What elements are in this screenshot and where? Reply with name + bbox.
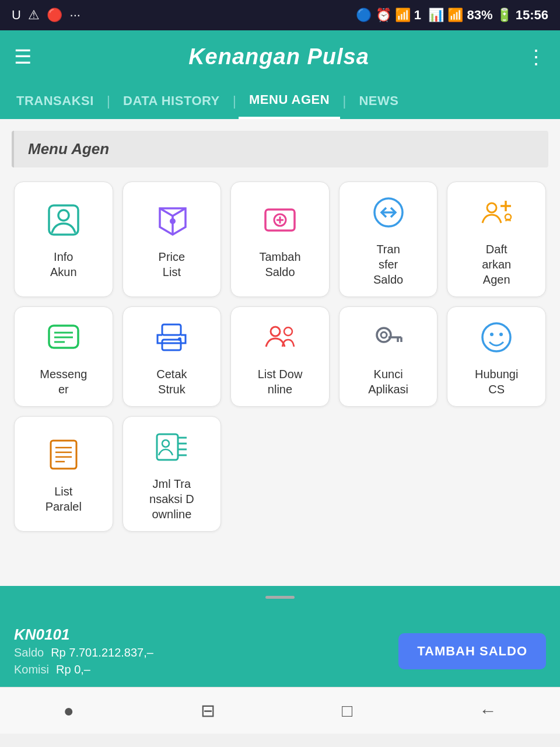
bottom-bar: KN0101 Saldo Rp 7.701.212.837,– Komisi R… <box>0 615 560 687</box>
menu-item-list-paralel[interactable]: ListParalel <box>14 416 113 532</box>
svg-rect-17 <box>162 324 181 335</box>
square-nav-icon[interactable]: □ <box>324 695 370 727</box>
menu-row-3: ListParalel Jml Transaksi Downline <box>12 416 548 532</box>
svg-rect-30 <box>51 441 76 469</box>
menu-item-list-downline[interactable]: List Downline <box>230 306 330 407</box>
svg-point-20 <box>271 327 280 336</box>
transfer-saldo-icon <box>371 195 406 235</box>
menu-item-daftarkan-agen[interactable]: DaftarkanAgen <box>447 181 546 297</box>
back-nav-icon[interactable]: ← <box>461 695 514 727</box>
app-bar: ☰ Kenangan Pulsa ⋮ <box>0 30 560 83</box>
saldo-value: Rp 7.701.212.837,– <box>51 646 153 659</box>
main-content: Menu Agen InfoAkun <box>0 119 560 586</box>
svg-point-28 <box>490 333 494 336</box>
list-downline-icon <box>262 320 298 359</box>
svg-point-29 <box>499 333 503 336</box>
menu-item-price-list[interactable]: PriceList <box>123 181 222 297</box>
cetak-struk-label: CetakStruk <box>156 366 187 397</box>
menu-item-cetak-struk[interactable]: CetakStruk <box>123 306 222 407</box>
tab-transaksi[interactable]: TRANSAKSI <box>6 83 104 119</box>
list-paralel-icon <box>46 437 81 477</box>
messenger-icon <box>46 320 81 359</box>
menu-item-jml-transaksi-downline[interactable]: Jml Transaksi Downline <box>123 416 222 532</box>
nav-bar: ● ⊟ □ ← <box>0 687 560 734</box>
user-id: KN0101 <box>14 626 153 644</box>
saldo-label: Saldo <box>14 646 44 659</box>
jml-transaksi-downline-icon <box>154 430 189 469</box>
komisi-label: Komisi <box>14 663 49 676</box>
menu-item-messenger[interactable]: Messenger <box>14 306 113 407</box>
bottom-details: Saldo Rp 7.701.212.837,– Komisi Rp 0,– <box>14 644 153 676</box>
recent-nav-icon[interactable]: ⊟ <box>183 694 233 727</box>
svg-point-36 <box>162 440 169 447</box>
menu-item-hubungi-cs[interactable]: HubungiCS <box>447 306 546 407</box>
menu-row-2: Messenger CetakStruk <box>12 306 548 407</box>
svg-rect-18 <box>162 340 181 350</box>
bottom-bar-wrapper: KN0101 Saldo Rp 7.701.212.837,– Komisi R… <box>0 586 560 687</box>
messenger-label: Messenger <box>40 366 87 397</box>
section-header: Menu Agen <box>12 131 548 167</box>
status-icons-right: 🔵 ⏰ 📶 1 📊 📶 83% 🔋 15:56 <box>356 8 548 23</box>
menu-item-info-akun[interactable]: InfoAkun <box>14 181 113 297</box>
tab-menu-agen[interactable]: MENU AGEN <box>239 83 340 119</box>
menu-grid-row1: InfoAkun PriceList <box>12 181 548 297</box>
hubungi-cs-icon <box>479 320 514 359</box>
tab-bar: TRANSAKSI | DATA HISTORY | MENU AGEN | N… <box>0 83 560 119</box>
jml-transaksi-downline-label: Jml Transaksi Downline <box>149 476 194 522</box>
home-nav-icon[interactable]: ● <box>46 695 92 727</box>
saldo-row: Saldo Rp 7.701.212.837,– <box>14 646 153 659</box>
more-options-icon[interactable]: ⋮ <box>526 45 546 68</box>
menu-item-transfer-saldo[interactable]: TransferSaldo <box>339 181 438 297</box>
hamburger-icon[interactable]: ☰ <box>14 45 32 68</box>
tab-news[interactable]: NEWS <box>348 83 409 119</box>
daftarkan-agen-label: DaftarkanAgen <box>482 242 511 287</box>
list-downline-label: List Downline <box>258 366 303 397</box>
menu-item-kunci-aplikasi[interactable]: KunciAplikasi <box>339 306 438 407</box>
tambah-saldo-label: TambahSaldo <box>259 249 300 280</box>
svg-point-21 <box>284 327 292 336</box>
kunci-aplikasi-icon <box>371 320 406 359</box>
svg-point-3 <box>170 218 176 224</box>
status-icons-left: U ⚠ 🔴 ··· <box>12 8 80 23</box>
price-list-label: PriceList <box>159 249 186 280</box>
svg-point-1 <box>58 210 69 221</box>
bottom-info: KN0101 Saldo Rp 7.701.212.837,– Komisi R… <box>14 626 153 676</box>
daftarkan-agen-icon <box>479 195 514 235</box>
app-title: Kenangan Pulsa <box>188 44 369 69</box>
menu-grid-row3: ListParalel Jml Transaksi Downline <box>12 416 548 532</box>
hubungi-cs-label: HubungiCS <box>475 366 519 397</box>
list-paralel-label: ListParalel <box>46 484 82 514</box>
svg-point-9 <box>487 203 496 212</box>
menu-grid-row2: Messenger CetakStruk <box>12 306 548 407</box>
menu-row-1: InfoAkun PriceList <box>12 181 548 297</box>
svg-point-23 <box>381 332 387 338</box>
kunci-aplikasi-label: KunciAplikasi <box>368 366 408 397</box>
tab-data-history[interactable]: DATA HISTORY <box>113 83 230 119</box>
status-left-icons: U ⚠ 🔴 ··· <box>12 8 80 23</box>
komisi-value: Rp 0,– <box>56 663 90 676</box>
menu-item-tambah-saldo[interactable]: TambahSaldo <box>230 181 330 297</box>
tambah-saldo-button[interactable]: TAMBAH SALDO <box>398 633 546 669</box>
status-bar: U ⚠ 🔴 ··· 🔵 ⏰ 📶 1 📊 📶 83% 🔋 15:56 <box>0 0 560 30</box>
status-right-icons: 🔵 ⏰ 📶 1 📊 📶 83% 🔋 15:56 <box>356 8 548 23</box>
komisi-row: Komisi Rp 0,– <box>14 663 153 676</box>
transfer-saldo-label: TransferSaldo <box>373 242 403 287</box>
tambah-saldo-icon <box>262 203 298 242</box>
price-list-icon <box>154 203 189 242</box>
cetak-struk-icon <box>154 320 189 359</box>
svg-point-27 <box>482 323 510 351</box>
svg-point-19 <box>178 337 181 341</box>
svg-point-22 <box>377 328 391 342</box>
info-akun-label: InfoAkun <box>50 249 77 280</box>
info-akun-icon <box>46 203 81 242</box>
